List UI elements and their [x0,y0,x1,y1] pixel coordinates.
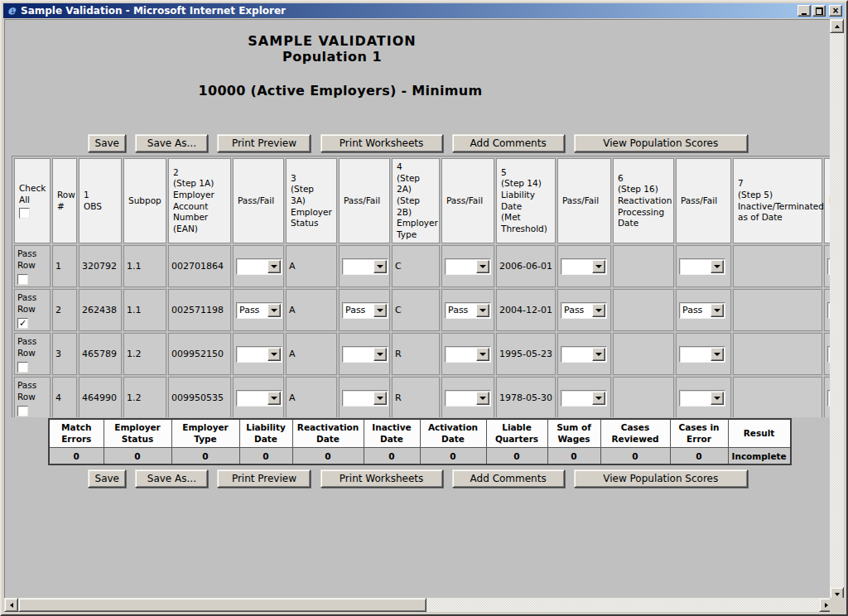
restore-icon [816,7,823,15]
pass-fail-select[interactable] [342,258,388,275]
table-row: Pass Row ✓ 2 262438 1.1 002571198 Pass A… [14,289,831,331]
header-row: Check All Row # 1 OBS Subpop 2 (Step 1A)… [14,158,831,243]
pass-row-cell: Pass Row [14,333,51,375]
print-preview-button-bottom[interactable]: Print Preview [217,469,311,488]
save-button-bottom[interactable]: Save [88,469,126,488]
pass-fail-select[interactable] [445,390,491,407]
pass-fail-select[interactable] [679,258,725,275]
restore-button[interactable] [812,5,826,17]
pass-fail-select[interactable] [679,346,725,363]
summary-value-row: 0 0 0 0 0 0 0 0 0 0 0 Incomplete [49,448,791,464]
employer-status-cell: A [286,377,337,417]
table-row: Pass Row 4 464990 1.2 009950535 A R 1978… [14,377,831,417]
save-as-button[interactable]: Save As... [135,134,208,152]
col-header-ean: 2 (Step 1A) Employer Account Number (EAN… [168,158,231,243]
horizontal-scroll-thumb[interactable] [18,598,426,612]
validation-table: Check All Row # 1 OBS Subpop 2 (Step 1A)… [12,156,831,417]
pass-fail-select[interactable] [679,390,725,407]
col-header-pass-fail-3: Pass/Fail [441,158,494,243]
summary-value: 0 [292,448,364,464]
scroll-up-button[interactable] [830,19,844,33]
pass-fail-select[interactable] [445,346,491,363]
pass-fail-select[interactable] [561,258,607,275]
pass-fail-select[interactable] [342,390,388,407]
add-comments-button[interactable]: Add Comments [452,134,565,152]
pass-fail-cell [233,377,284,417]
ean-cell: 002571198 [168,289,231,331]
view-population-scores-button-bottom[interactable]: View Population Scores [574,469,748,488]
col-header-obs: 1 OBS [79,158,122,243]
summary-value: 0 [420,448,486,464]
pass-fail-select[interactable] [561,390,607,407]
pass-fail-select[interactable] [445,258,491,275]
pass-fail-select[interactable]: Pass [236,302,282,319]
document-area: SAMPLE VALIDATION Population 1 10000 (Ac… [4,19,831,601]
score-summary-table: Match Errors Employer Status Employer Ty… [48,418,792,465]
pass-row-checkbox[interactable]: ✓ [17,318,28,329]
liability-date-cell: 2004-12-01 [496,289,556,331]
reactivation-date-cell [613,245,674,287]
pass-row-checkbox[interactable] [17,406,28,416]
summary-value: 0 [486,448,547,464]
ean-cell: 002701864 [168,245,231,287]
client-area: SAMPLE VALIDATION Population 1 10000 (Ac… [4,19,844,612]
check-all-checkbox[interactable] [19,208,30,219]
pass-fail-cell [676,333,731,375]
print-preview-button[interactable]: Print Preview [217,134,311,152]
col-header-pass-fail-4: Pass/Fail [557,158,611,243]
subpop-cell: 1.2 [123,333,166,375]
save-as-button-bottom[interactable]: Save As... [135,469,208,488]
dropdown-arrow-icon [267,260,281,273]
vertical-scrollbar[interactable] [830,19,844,601]
horizontal-scrollbar[interactable] [4,598,833,612]
summary-col-match-errors: Match Errors [49,419,104,448]
dropdown-arrow-icon [373,260,387,273]
dropdown-arrow-icon [476,348,489,361]
table-row: Pass Row 1 320792 1.1 002701864 A C 2006… [14,245,831,287]
pass-row-checkbox[interactable] [17,362,28,373]
dropdown-arrow-icon [592,392,605,405]
pass-fail-select[interactable] [236,346,282,363]
print-worksheets-button[interactable]: Print Worksheets [320,134,443,152]
pass-fail-cell [676,245,731,287]
pass-fail-select[interactable] [561,346,607,363]
pass-fail-select[interactable] [236,390,282,407]
window-title: Sample Validation - Microsoft Internet E… [21,5,797,17]
scroll-left-button[interactable] [4,598,18,612]
pass-fail-select[interactable]: Pass [679,302,725,319]
row-number-cell: 3 [52,333,77,375]
title-bar[interactable]: e Sample Validation - Microsoft Internet… [3,3,845,18]
reactivation-date-cell [613,377,674,417]
employer-type-cell: C [392,245,440,287]
close-button[interactable]: × [829,5,842,17]
row-number-cell: 2 [52,289,77,331]
dropdown-arrow-icon [711,304,724,317]
pass-fail-select[interactable] [236,258,282,275]
scroll-down-icon [835,593,840,596]
liability-date-cell: 1995-05-23 [496,333,556,375]
print-worksheets-button-bottom[interactable]: Print Worksheets [320,469,443,488]
dropdown-arrow-icon [592,348,605,361]
minimize-button[interactable] [797,5,811,17]
pass-fail-select[interactable] [342,346,388,363]
pass-fail-select[interactable]: Pass [561,302,607,319]
pass-row-checkbox[interactable] [17,274,28,285]
employer-status-cell: A [286,289,337,331]
pass-fail-select[interactable]: Pass [342,302,388,319]
pass-fail-cell: Pass [339,289,390,331]
ie-logo-icon: e [6,5,17,17]
dropdown-arrow-icon [711,260,724,273]
col-header-liability-date: 5 (Step 14) Liability Date (Met Threshol… [496,158,556,243]
dropdown-arrow-icon [592,260,605,273]
summary-col-cases-in-error: Cases in Error [670,419,728,448]
col-header-employer-type: 4 (Step 2A) (Step 2B) Employer Type [392,158,440,243]
summary-value: 0 [171,448,239,464]
col-header-pass-fail-1: Pass/Fail [233,158,284,243]
view-population-scores-button[interactable]: View Population Scores [574,134,748,152]
save-button[interactable]: Save [88,134,126,152]
pass-fail-cell: Pass [557,289,611,331]
vertical-scroll-track[interactable] [830,33,844,587]
add-comments-button-bottom[interactable]: Add Comments [452,469,565,488]
pass-fail-select[interactable]: Pass [445,302,491,319]
pass-fail-cell [557,377,611,417]
